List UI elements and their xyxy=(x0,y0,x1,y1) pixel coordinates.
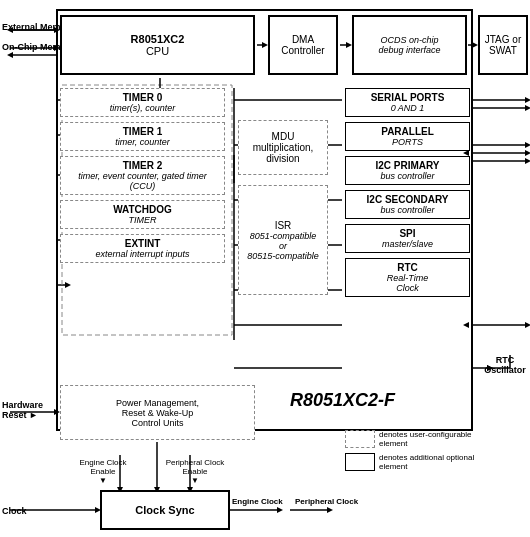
i2c-secondary-sub: bus controller xyxy=(351,205,464,215)
power-mgmt-block: Power Management, Reset & Wake-Up Contro… xyxy=(60,385,255,440)
timer0-block: TIMER 0 timer(s), counter xyxy=(60,88,225,117)
legend: denotes user-configurable element denote… xyxy=(345,430,475,476)
isr-title: ISR xyxy=(275,220,292,231)
parallel-ports-sub: PORTS xyxy=(351,137,464,147)
legend-box-dashed xyxy=(345,430,375,448)
cpu-block: R8051XC2 CPU xyxy=(60,15,255,75)
spi-title: SPI xyxy=(351,228,464,239)
spi-block: SPI master/slave xyxy=(345,224,470,253)
rtc-oscillator-label: RTC Oscillator xyxy=(480,355,530,375)
dma-block: DMA Controller xyxy=(268,15,338,75)
watchdog-sub: TIMER xyxy=(66,215,219,225)
legend-item-1: denotes user-configurable element xyxy=(345,430,475,448)
jtag-line2: SWAT xyxy=(489,45,517,56)
serial-ports-block: SERIAL PORTS 0 AND 1 xyxy=(345,88,470,117)
power-mgmt-line1: Power Management, xyxy=(116,398,199,408)
rtc-sub2: Clock xyxy=(351,283,464,293)
timer2-block: TIMER 2 timer, event counter, gated time… xyxy=(60,156,225,195)
isr-sub3: 80515-compatible xyxy=(247,251,319,261)
extint-sub: external interrupt inputs xyxy=(66,249,219,259)
serial-ports-title: SERIAL PORTS xyxy=(351,92,464,103)
svg-marker-23 xyxy=(65,282,71,288)
watchdog-block: WATCHDOG TIMER xyxy=(60,200,225,229)
peripheral-clock-label: Peripheral Clock xyxy=(295,497,358,506)
power-mgmt-line3: Control Units xyxy=(131,418,183,428)
jtag-line1: JTAG or xyxy=(485,34,521,45)
legend-text-1: denotes user-configurable element xyxy=(379,430,475,448)
mdu-title: MDU xyxy=(272,131,295,142)
peripheral-clock-enable-label: Peripheral Clock Enable ▼ xyxy=(155,458,235,485)
timer0-title: TIMER 0 xyxy=(66,92,219,103)
isr-block: ISR 8051-compatible or 80515-compatible xyxy=(238,185,328,295)
timer2-title: TIMER 2 xyxy=(66,160,219,171)
serial-ports-sub: 0 AND 1 xyxy=(351,103,464,113)
right-peripherals: SERIAL PORTS 0 AND 1 PARALLEL PORTS I2C … xyxy=(345,88,470,302)
svg-marker-54 xyxy=(277,507,283,513)
chip-label: R8051XC2-F xyxy=(290,390,395,411)
isr-sub1: 8051-compatible xyxy=(250,231,317,241)
extint-block: EXTINT external interrupt inputs xyxy=(60,234,225,263)
rtc-title: RTC xyxy=(351,262,464,273)
svg-marker-7 xyxy=(7,52,13,58)
cpu-subtitle: CPU xyxy=(146,45,169,57)
clock-label: Clock xyxy=(2,506,27,516)
spi-sub: master/slave xyxy=(351,239,464,249)
jtag-block: JTAG or SWAT xyxy=(478,15,528,75)
timer2-sub: timer, event counter, gated timer (CCU) xyxy=(66,171,219,191)
legend-box-solid xyxy=(345,453,375,471)
dma-line2: Controller xyxy=(281,45,324,56)
cpu-title: R8051XC2 xyxy=(131,33,185,45)
engine-clock-label: Engine Clock xyxy=(232,497,283,506)
i2c-secondary-title: I2C SECONDARY xyxy=(351,194,464,205)
svg-marker-39 xyxy=(525,322,530,328)
engine-clock-enable-label: Engine Clock Enable ▼ xyxy=(68,458,138,485)
legend-item-2: denotes additional optional element xyxy=(345,453,475,471)
svg-marker-27 xyxy=(525,105,530,111)
dma-line1: DMA xyxy=(292,34,314,45)
timer1-sub: timer, counter xyxy=(66,137,219,147)
svg-marker-30 xyxy=(525,142,530,148)
ocds-line1: OCDS on-chip xyxy=(380,35,438,45)
mdu-block: MDU multiplication, division xyxy=(238,120,328,175)
left-peripherals: TIMER 0 timer(s), counter TIMER 1 timer,… xyxy=(60,88,225,268)
power-mgmt-line2: Reset & Wake-Up xyxy=(122,408,194,418)
rtc-sub1: Real-Time xyxy=(351,273,464,283)
isr-sub2: or xyxy=(279,241,287,251)
extint-title: EXTINT xyxy=(66,238,219,249)
timer1-title: TIMER 1 xyxy=(66,126,219,137)
svg-marker-25 xyxy=(525,97,530,103)
watchdog-title: WATCHDOG xyxy=(66,204,219,215)
legend-text-2: denotes additional optional element xyxy=(379,453,475,471)
svg-marker-58 xyxy=(327,507,333,513)
i2c-primary-title: I2C PRIMARY xyxy=(351,160,464,171)
svg-marker-33 xyxy=(525,150,530,156)
clock-sync-label: Clock Sync xyxy=(135,504,194,516)
ocds-block: OCDS on-chip debug interface xyxy=(352,15,467,75)
mdu-sub: multiplication, division xyxy=(239,142,327,164)
rtc-block: RTC Real-Time Clock xyxy=(345,258,470,297)
i2c-secondary-block: I2C SECONDARY bus controller xyxy=(345,190,470,219)
ocds-line2: debug interface xyxy=(378,45,440,55)
svg-marker-38 xyxy=(463,322,469,328)
i2c-primary-block: I2C PRIMARY bus controller xyxy=(345,156,470,185)
timer1-block: TIMER 1 timer, counter xyxy=(60,122,225,151)
svg-marker-36 xyxy=(525,158,530,164)
i2c-primary-sub: bus controller xyxy=(351,171,464,181)
block-diagram: External Memory On-Chip Memory /SFR R805… xyxy=(0,0,530,537)
hardware-reset-label: Hardware Reset ► xyxy=(2,400,43,420)
timer0-sub: timer(s), counter xyxy=(66,103,219,113)
parallel-ports-block: PARALLEL PORTS xyxy=(345,122,470,151)
parallel-ports-title: PARALLEL xyxy=(351,126,464,137)
clock-sync-block: Clock Sync xyxy=(100,490,230,530)
